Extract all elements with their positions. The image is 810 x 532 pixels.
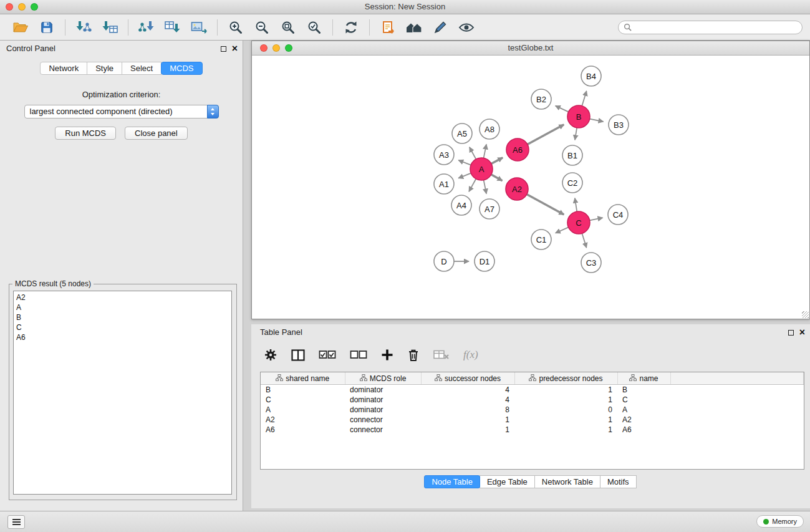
graph-edge-A2-C[interactable] — [527, 195, 564, 215]
table-row[interactable]: A6connector11A6 — [261, 425, 804, 435]
close-panel-button[interactable]: Close panel — [125, 127, 188, 140]
graph-node-C2[interactable]: C2 — [562, 173, 582, 193]
deselect-all-icon[interactable] — [350, 347, 367, 363]
tab-select[interactable]: Select — [122, 62, 162, 75]
annotate-brush-icon[interactable] — [430, 17, 451, 37]
graph-node-A1[interactable]: A1 — [434, 174, 454, 194]
close-table-panel-icon[interactable]: × — [799, 329, 805, 336]
float-panel-icon[interactable] — [221, 46, 226, 52]
add-column-icon[interactable] — [381, 347, 393, 363]
save-session-icon[interactable] — [36, 17, 57, 37]
tab-style[interactable]: Style — [87, 62, 122, 75]
tab-mcds[interactable]: MCDS — [161, 62, 202, 75]
import-network-icon[interactable] — [73, 17, 94, 37]
graph-edge-A-A1[interactable] — [458, 173, 471, 178]
window-resize-grip[interactable] — [802, 311, 809, 318]
graph-node-D[interactable]: D — [434, 251, 454, 271]
graph-edge-C-C1[interactable] — [556, 227, 569, 233]
open-recent-page-icon[interactable] — [377, 17, 398, 37]
close-panel-icon[interactable]: × — [232, 46, 238, 52]
refresh-icon[interactable] — [340, 17, 362, 37]
result-item[interactable]: A6 — [16, 332, 229, 342]
graph-node-A5[interactable]: A5 — [452, 123, 472, 143]
result-item[interactable]: C — [16, 322, 229, 332]
task-history-button[interactable] — [7, 515, 25, 529]
minimize-window-button[interactable] — [18, 3, 26, 11]
network-canvas[interactable]: B4B2BB3A5A8A6B1A3AC2A1A2A4A7C4CC1C3DD1 — [252, 56, 809, 320]
graph-node-A7[interactable]: A7 — [480, 199, 499, 219]
criterion-dropdown[interactable]: largest connected component (directed) — [24, 105, 219, 118]
table-row[interactable]: Cdominator41C — [261, 395, 804, 405]
column-header-MCDS-role[interactable]: MCDS role — [345, 372, 421, 385]
graph-node-B3[interactable]: B3 — [609, 115, 629, 135]
open-session-icon[interactable] — [10, 17, 31, 37]
tab-network[interactable]: Network — [40, 62, 87, 75]
column-header-name[interactable]: name — [617, 372, 670, 385]
close-network-window-button[interactable] — [260, 44, 268, 52]
minimize-network-window-button[interactable] — [272, 44, 280, 52]
graph-edge-C-C3[interactable] — [582, 233, 586, 248]
float-table-panel-icon[interactable] — [788, 330, 794, 336]
graph-edge-A6-B[interactable] — [528, 125, 564, 145]
graph-edge-B-B4[interactable] — [582, 91, 586, 106]
graph-edge-C-C4[interactable] — [590, 218, 603, 220]
settings-gear-icon[interactable] — [264, 347, 277, 363]
export-network-icon[interactable] — [136, 17, 157, 37]
graph-node-C[interactable]: C — [567, 211, 590, 234]
node-table[interactable]: shared nameMCDS rolesuccessor nodesprede… — [260, 372, 804, 470]
graph-node-A4[interactable]: A4 — [451, 195, 471, 215]
table-row[interactable]: Bdominator41B — [261, 385, 804, 395]
columns-icon[interactable] — [291, 347, 305, 363]
import-table-icon[interactable] — [99, 17, 120, 37]
column-header-successor-nodes[interactable]: successor nodes — [421, 372, 514, 385]
zoom-fit-icon[interactable] — [277, 17, 299, 37]
graph-node-C1[interactable]: C1 — [531, 230, 551, 249]
table-row[interactable]: Adominator80A — [261, 405, 804, 415]
dropdown-stepper-icon[interactable] — [207, 105, 219, 118]
tab-network-table[interactable]: Network Table — [534, 475, 600, 488]
mcds-result-list[interactable]: A2ABCA6 — [13, 291, 232, 495]
destroy-table-icon[interactable] — [433, 347, 450, 363]
graph-node-C4[interactable]: C4 — [608, 205, 628, 225]
search-box[interactable] — [618, 21, 803, 34]
result-item[interactable]: A2 — [16, 293, 229, 302]
zoom-in-icon[interactable] — [225, 17, 246, 37]
tab-edge-table[interactable]: Edge Table — [480, 475, 535, 488]
delete-trash-icon[interactable] — [407, 347, 420, 363]
graph-node-B[interactable]: B — [567, 105, 590, 128]
zoom-window-button[interactable] — [31, 3, 38, 11]
graph-edge-C-C2[interactable] — [575, 198, 577, 212]
graph-node-B1[interactable]: B1 — [562, 145, 582, 165]
column-header-predecessor-nodes[interactable]: predecessor nodes — [514, 372, 617, 385]
graph-edge-B-B2[interactable] — [556, 106, 569, 112]
graph-edge-B-B3[interactable] — [590, 119, 604, 122]
graph-edge-A-A3[interactable] — [458, 160, 471, 165]
tab-node-table[interactable]: Node Table — [424, 475, 480, 488]
graph-edge-A-A4[interactable] — [469, 179, 476, 191]
graph-node-B2[interactable]: B2 — [531, 89, 551, 109]
graph-edge-B-B1[interactable] — [575, 128, 577, 140]
zoom-network-window-button[interactable] — [285, 44, 292, 52]
graph-node-A8[interactable]: A8 — [480, 119, 499, 139]
zoom-out-icon[interactable] — [251, 17, 272, 37]
graph-node-A[interactable]: A — [470, 158, 493, 180]
graph-node-A3[interactable]: A3 — [434, 145, 454, 165]
select-all-icon[interactable] — [319, 347, 336, 363]
graph-node-D1[interactable]: D1 — [475, 251, 494, 271]
graph-node-C3[interactable]: C3 — [581, 253, 601, 273]
graph-edge-A-A6[interactable] — [491, 158, 503, 164]
column-header-shared-name[interactable]: shared name — [261, 372, 345, 385]
home-icon[interactable] — [403, 17, 425, 37]
close-window-button[interactable] — [6, 3, 13, 11]
tab-motifs[interactable]: Motifs — [600, 475, 637, 488]
table-row[interactable]: A2connector11A2 — [261, 415, 804, 425]
search-input[interactable] — [634, 22, 797, 32]
zoom-selected-icon[interactable] — [304, 17, 325, 37]
graph-node-B4[interactable]: B4 — [581, 66, 601, 86]
graph-edge-A-A2[interactable] — [491, 175, 503, 181]
graph-edge-A-A8[interactable] — [484, 145, 486, 158]
graph-node-A6[interactable]: A6 — [506, 138, 529, 161]
graph-node-A2[interactable]: A2 — [506, 178, 528, 200]
run-mcds-button[interactable]: Run MCDS — [55, 127, 116, 140]
export-table-icon[interactable] — [162, 17, 183, 37]
